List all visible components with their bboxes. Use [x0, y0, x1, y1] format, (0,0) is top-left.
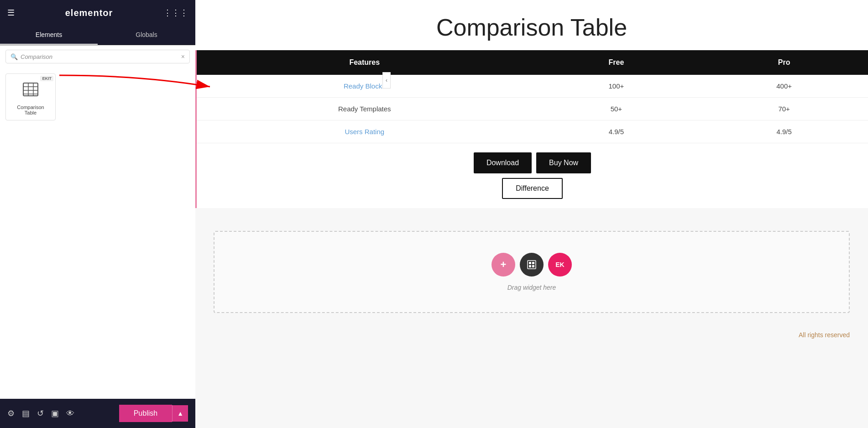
download-button[interactable]: Download: [474, 152, 532, 173]
layers-icon[interactable]: ▤: [22, 408, 30, 418]
footer-text: All rights reserved: [799, 331, 850, 339]
drag-label: Drag widget here: [507, 284, 556, 291]
ek-button[interactable]: EK: [548, 253, 572, 277]
settings-icon[interactable]: ⚙: [7, 408, 15, 418]
feature-name: Ready Templates: [197, 98, 533, 120]
buy-now-button[interactable]: Buy Now: [536, 152, 591, 173]
table-row: Users Rating 4.9/5 4.9/5: [197, 120, 868, 143]
free-value: 4.9/5: [533, 120, 701, 143]
pro-value: 70+: [700, 98, 868, 120]
drop-zone[interactable]: + EK Drag widget here: [214, 231, 850, 313]
collapse-panel-button[interactable]: ‹: [382, 72, 391, 89]
pro-value: 400+: [700, 75, 868, 98]
add-widget-button[interactable]: +: [492, 253, 515, 277]
preview-icon[interactable]: 👁: [66, 409, 74, 418]
search-input[interactable]: [21, 53, 181, 60]
clear-icon[interactable]: ×: [181, 53, 185, 60]
comparison-table: Features Free Pro Ready Blocks 100+ 400+…: [197, 50, 868, 143]
tab-elements[interactable]: Elements: [0, 26, 98, 45]
search-icon: 🔍: [10, 53, 18, 60]
svg-rect-8: [529, 262, 531, 264]
publish-button[interactable]: Publish: [119, 405, 172, 422]
elementor-logo: elementor: [65, 8, 113, 18]
pro-value: 4.9/5: [700, 120, 868, 143]
history-icon[interactable]: ↺: [37, 408, 44, 418]
comparison-table-widget[interactable]: EKIT Comparison Table: [5, 73, 56, 120]
table-row: Ready Blocks 100+ 400+: [197, 75, 868, 98]
free-value: 50+: [533, 98, 701, 120]
tab-globals[interactable]: Globals: [98, 26, 195, 45]
page-title: Comparison Table: [195, 14, 868, 41]
widget-selector-button[interactable]: [520, 253, 544, 277]
free-value: 100+: [533, 75, 701, 98]
hamburger-icon[interactable]: ☰: [7, 8, 15, 18]
col-features: Features: [197, 50, 533, 75]
publish-caret-button[interactable]: ▲: [172, 405, 188, 422]
difference-button[interactable]: Difference: [502, 178, 563, 199]
svg-rect-7: [528, 261, 536, 269]
ekit-badge: EKIT: [40, 76, 53, 81]
table-row: Ready Templates 50+ 70+: [197, 98, 868, 120]
grid-icon[interactable]: ⋮⋮⋮: [163, 8, 188, 18]
svg-rect-9: [532, 262, 534, 264]
widget-label: Comparison Table: [11, 104, 50, 115]
svg-rect-11: [532, 265, 534, 267]
feature-name: Ready Blocks: [197, 75, 533, 98]
col-free: Free: [533, 50, 701, 75]
svg-rect-10: [529, 265, 531, 267]
col-pro: Pro: [700, 50, 868, 75]
widget-icon: [22, 81, 39, 101]
responsive-icon[interactable]: ▣: [51, 408, 59, 418]
feature-name: Users Rating: [197, 120, 533, 143]
